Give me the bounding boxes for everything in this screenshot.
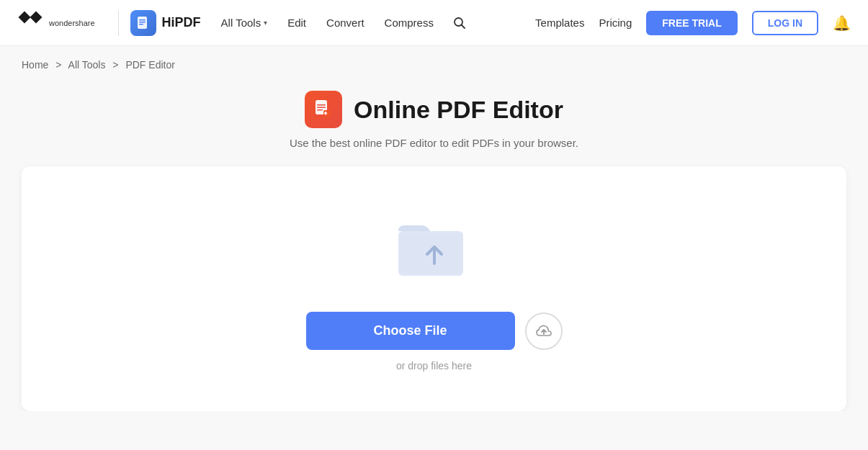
breadcrumb-sep-2: > [112, 59, 118, 71]
wondershare-logo[interactable]: wondershare [17, 10, 95, 36]
compress-nav[interactable]: Compress [376, 12, 442, 33]
svg-rect-4 [139, 22, 146, 23]
templates-nav[interactable]: Templates [535, 17, 584, 29]
cloud-upload-icon [535, 323, 552, 340]
svg-rect-11 [317, 109, 323, 111]
drop-hint: or drop files here [396, 360, 472, 372]
hipdf-svg-icon [135, 15, 151, 31]
choose-file-button[interactable]: Choose File [306, 312, 515, 350]
upload-illustration [391, 210, 478, 289]
hipdf-logo[interactable]: HiPDF [130, 10, 201, 36]
svg-rect-10 [317, 107, 326, 109]
login-button[interactable]: LOG IN [752, 11, 818, 35]
pricing-nav[interactable]: Pricing [599, 17, 632, 29]
chevron-down-icon: ▾ [264, 19, 267, 27]
wondershare-text: wondershare [49, 19, 95, 27]
pdf-editor-icon [305, 91, 342, 128]
nav-links: All Tools ▾ Edit Convert Compress [212, 12, 471, 35]
breadcrumb: Home > All Tools > PDF Editor [0, 46, 868, 84]
svg-rect-1 [30, 11, 42, 23]
breadcrumb-sep-1: > [55, 59, 61, 71]
breadcrumb-home[interactable]: Home [22, 59, 48, 71]
edit-nav[interactable]: Edit [279, 12, 315, 33]
pdf-icon-svg [313, 99, 334, 120]
nav-right: Templates Pricing FREE TRIAL LOG IN 🔔 [535, 11, 851, 35]
search-icon [453, 17, 466, 30]
search-button[interactable] [448, 12, 471, 35]
breadcrumb-current: PDF Editor [125, 59, 174, 71]
convert-nav[interactable]: Convert [318, 12, 373, 33]
svg-rect-3 [139, 19, 146, 21]
all-tools-nav[interactable]: All Tools ▾ [212, 12, 277, 33]
notification-bell-icon[interactable]: 🔔 [833, 14, 851, 32]
svg-rect-9 [317, 104, 326, 106]
page-header: Online PDF Editor [305, 91, 563, 128]
svg-line-7 [461, 24, 465, 28]
page-title: Online PDF Editor [354, 96, 563, 124]
hipdf-label: HiPDF [162, 15, 201, 30]
hipdf-icon [130, 10, 156, 36]
upload-actions: Choose File [306, 312, 563, 350]
navbar: wondershare HiPDF All Tools ▾ Edit Conve… [0, 0, 868, 46]
nav-divider [118, 10, 119, 36]
free-trial-button[interactable]: FREE TRIAL [646, 11, 737, 35]
svg-rect-0 [19, 11, 31, 23]
svg-rect-5 [139, 24, 143, 25]
upload-folder-svg [391, 210, 478, 289]
breadcrumb-all-tools[interactable]: All Tools [68, 59, 106, 71]
wondershare-icon [17, 10, 43, 36]
svg-line-15 [326, 112, 327, 114]
page-subtitle: Use the best online PDF editor to edit P… [290, 137, 578, 149]
cloud-upload-button[interactable] [525, 312, 563, 350]
upload-container: Choose File or drop files here [22, 166, 846, 411]
main-content: Online PDF Editor Use the best online PD… [0, 84, 868, 411]
svg-rect-17 [401, 237, 460, 273]
